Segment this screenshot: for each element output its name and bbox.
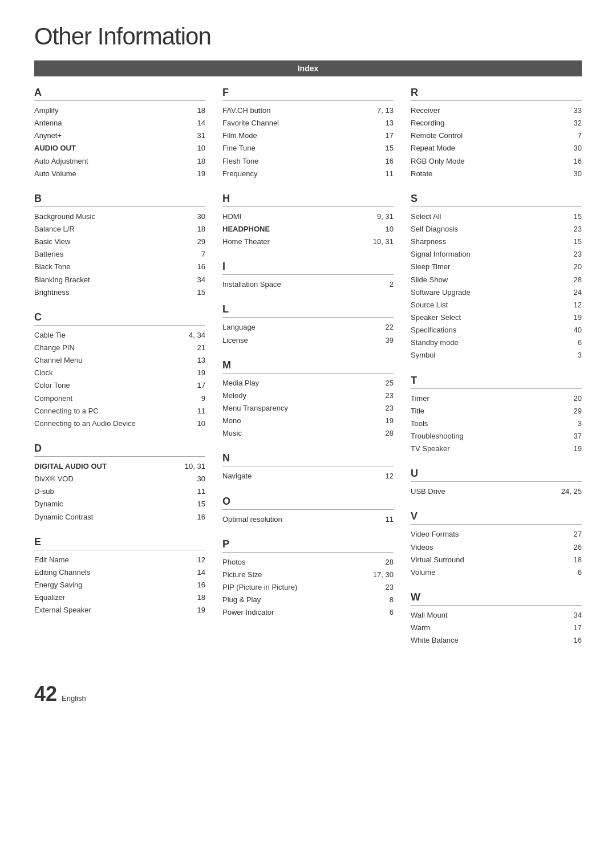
- index-page: 34: [574, 610, 582, 621]
- section-M: MMedia Play25Melody23Menu Transparency23…: [222, 359, 394, 440]
- index-term: Video Formats: [411, 529, 459, 540]
- index-term: Software Upgrade: [411, 287, 471, 298]
- index-term: Troubleshooting: [411, 431, 464, 442]
- footer: 42 English: [34, 682, 582, 706]
- section-C: CCable Tie4, 34Change PIN21Channel Menu1…: [34, 311, 205, 430]
- index-term: Remote Control: [411, 130, 463, 141]
- index-page: 9, 31: [377, 211, 394, 222]
- index-term: License: [222, 335, 248, 346]
- index-row: Melody23: [222, 390, 394, 402]
- index-row: Cable Tie4, 34: [34, 329, 205, 342]
- index-page: 32: [574, 117, 582, 129]
- index-row: White Balance16: [411, 634, 582, 647]
- section-N: NNavigate12: [222, 452, 394, 482]
- index-row: Amplify18: [34, 104, 205, 117]
- index-row: Picture Size17, 30: [222, 569, 394, 581]
- index-page: 28: [386, 557, 394, 568]
- section-letter-L: L: [222, 303, 394, 318]
- index-row: Equalizer18: [34, 591, 205, 604]
- index-page: 25: [386, 378, 394, 389]
- index-page: 16: [197, 579, 205, 591]
- section-letter-F: F: [222, 87, 394, 101]
- index-term: Timer: [411, 393, 429, 404]
- index-page: 21: [197, 342, 205, 354]
- index-page: 3: [578, 418, 582, 429]
- index-page: 18: [197, 592, 205, 603]
- index-page: 8: [390, 594, 394, 606]
- index-page: 18: [574, 554, 582, 566]
- index-page: 23: [574, 249, 582, 260]
- index-row: Installation Space2: [222, 278, 394, 291]
- index-page: 20: [574, 393, 582, 404]
- section-A: AAmplify18Antenna14Anynet+31AUDIO OUT10A…: [34, 87, 205, 180]
- index-row: USB Drive24, 25: [411, 485, 582, 498]
- index-row: Clock19: [34, 367, 205, 379]
- index-term: Language: [222, 322, 256, 333]
- index-term: Amplify: [34, 105, 59, 116]
- index-term: Plug & Play: [222, 594, 261, 606]
- index-row: Signal Information23: [411, 248, 582, 261]
- index-row: Component9: [34, 392, 205, 405]
- index-page: 23: [386, 403, 394, 414]
- index-row: Energy Saving16: [34, 579, 205, 591]
- index-page: 22: [386, 322, 394, 333]
- index-term: Signal Information: [411, 249, 471, 260]
- section-letter-O: O: [222, 496, 394, 510]
- index-term: Color Tone: [34, 380, 70, 391]
- section-letter-B: B: [34, 193, 205, 207]
- index-row: Slide Show28: [411, 274, 582, 286]
- index-term: Repeat Mode: [411, 143, 455, 154]
- index-term: Channel Menu: [34, 355, 83, 366]
- index-row: AUDIO OUT10: [34, 142, 205, 155]
- index-term: Favorite Channel: [222, 117, 279, 129]
- index-page: 7: [201, 249, 205, 260]
- index-term: Balance L/R: [34, 224, 75, 235]
- column-0: AAmplify18Antenna14Anynet+31AUDIO OUT10A…: [34, 87, 222, 659]
- index-page: 15: [574, 236, 582, 248]
- index-term: Installation Space: [222, 279, 281, 290]
- index-row: Menu Transparency23: [222, 402, 394, 415]
- index-row: Auto Adjustment18: [34, 155, 205, 168]
- index-page: 29: [574, 405, 582, 417]
- index-row: Change PIN21: [34, 342, 205, 354]
- index-term: Menu Transparency: [222, 403, 288, 414]
- index-term: AUDIO OUT: [34, 143, 76, 154]
- index-term: Blanking Bracket: [34, 274, 90, 286]
- index-row: Software Upgrade24: [411, 286, 582, 299]
- index-page: 15: [574, 211, 582, 222]
- index-term: Flesh Tone: [222, 156, 258, 167]
- index-row: Receiver33: [411, 104, 582, 117]
- index-term: PIP (Picture in Picture): [222, 582, 297, 593]
- index-row: Black Tone16: [34, 261, 205, 273]
- index-row: Repeat Mode30: [411, 142, 582, 155]
- index-term: Media Play: [222, 378, 259, 389]
- index-term: Background Music: [34, 211, 95, 222]
- index-page: 19: [197, 604, 205, 616]
- index-page: 37: [574, 431, 582, 442]
- section-S: SSelect All15Self Diagnosis23Sharpness15…: [411, 193, 582, 362]
- index-page: 34: [197, 274, 205, 286]
- index-page: 30: [197, 211, 205, 222]
- section-letter-H: H: [222, 193, 394, 207]
- index-row: Language22: [222, 321, 394, 334]
- index-term: TV Speaker: [411, 443, 450, 455]
- index-row: Sharpness15: [411, 236, 582, 248]
- index-page: 28: [574, 274, 582, 286]
- index-page: 26: [574, 542, 582, 553]
- index-page: 17, 30: [373, 569, 394, 581]
- index-page: 29: [197, 236, 205, 248]
- index-page: 14: [197, 117, 205, 129]
- index-term: Music: [222, 428, 242, 439]
- index-row: Film Mode17: [222, 129, 394, 142]
- index-term: Rotate: [411, 168, 432, 180]
- index-page: 2: [390, 279, 394, 290]
- section-letter-M: M: [222, 359, 394, 374]
- index-page: 27: [574, 529, 582, 540]
- index-page: 24: [574, 287, 582, 298]
- index-term: Videos: [411, 542, 433, 553]
- index-page: 10, 31: [373, 236, 394, 248]
- index-row: Wall Mount34: [411, 609, 582, 622]
- index-row: TV Speaker19: [411, 443, 582, 455]
- index-page: 4, 34: [189, 330, 205, 341]
- index-term: Self Diagnosis: [411, 224, 458, 235]
